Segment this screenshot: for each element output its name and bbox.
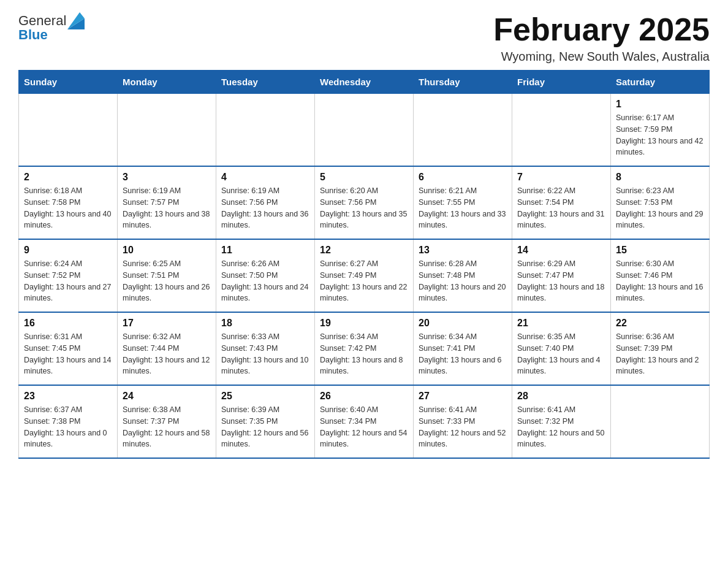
title-section: February 2025 Wyoming, New South Wales, … xyxy=(493,12,710,64)
calendar-day-cell: 6Sunrise: 6:21 AMSunset: 7:55 PMDaylight… xyxy=(414,166,512,239)
day-number: 12 xyxy=(320,245,408,256)
day-number: 18 xyxy=(221,318,309,329)
calendar-day-cell: 27Sunrise: 6:41 AMSunset: 7:33 PMDayligh… xyxy=(414,385,512,458)
day-number: 26 xyxy=(320,391,408,402)
calendar-day-cell: 9Sunrise: 6:24 AMSunset: 7:52 PMDaylight… xyxy=(19,239,118,312)
day-number: 27 xyxy=(419,391,507,402)
day-number: 10 xyxy=(123,245,211,256)
day-info: Sunrise: 6:20 AMSunset: 7:56 PMDaylight:… xyxy=(320,185,408,231)
day-info: Sunrise: 6:41 AMSunset: 7:33 PMDaylight:… xyxy=(419,404,507,450)
day-info: Sunrise: 6:19 AMSunset: 7:57 PMDaylight:… xyxy=(123,185,211,231)
day-of-week-header: Monday xyxy=(118,71,216,94)
calendar-day-cell xyxy=(315,94,414,167)
calendar-week-row: 1Sunrise: 6:17 AMSunset: 7:59 PMDaylight… xyxy=(19,94,710,167)
month-title: February 2025 xyxy=(493,12,710,47)
day-number: 20 xyxy=(419,318,507,329)
day-number: 15 xyxy=(616,245,704,256)
day-number: 8 xyxy=(616,172,704,183)
calendar-day-cell: 5Sunrise: 6:20 AMSunset: 7:56 PMDaylight… xyxy=(315,166,414,239)
calendar-day-cell: 21Sunrise: 6:35 AMSunset: 7:40 PMDayligh… xyxy=(512,312,611,385)
day-info: Sunrise: 6:28 AMSunset: 7:48 PMDaylight:… xyxy=(419,258,507,304)
day-info: Sunrise: 6:27 AMSunset: 7:49 PMDaylight:… xyxy=(320,258,408,304)
calendar-day-cell: 3Sunrise: 6:19 AMSunset: 7:57 PMDaylight… xyxy=(118,166,216,239)
day-info: Sunrise: 6:21 AMSunset: 7:55 PMDaylight:… xyxy=(419,185,507,231)
day-info: Sunrise: 6:33 AMSunset: 7:43 PMDaylight:… xyxy=(221,331,309,377)
calendar-day-cell: 26Sunrise: 6:40 AMSunset: 7:34 PMDayligh… xyxy=(315,385,414,458)
calendar-day-cell: 25Sunrise: 6:39 AMSunset: 7:35 PMDayligh… xyxy=(216,385,315,458)
day-number: 21 xyxy=(517,318,605,329)
day-info: Sunrise: 6:31 AMSunset: 7:45 PMDaylight:… xyxy=(24,331,112,377)
day-number: 13 xyxy=(419,245,507,256)
day-info: Sunrise: 6:29 AMSunset: 7:47 PMDaylight:… xyxy=(517,258,605,304)
day-info: Sunrise: 6:35 AMSunset: 7:40 PMDaylight:… xyxy=(517,331,605,377)
day-of-week-header: Thursday xyxy=(414,71,512,94)
logo-blue: Blue xyxy=(18,27,48,43)
calendar-day-cell xyxy=(216,94,315,167)
day-of-week-header: Sunday xyxy=(19,71,118,94)
calendar-day-cell: 13Sunrise: 6:28 AMSunset: 7:48 PMDayligh… xyxy=(414,239,512,312)
day-of-week-header: Wednesday xyxy=(315,71,414,94)
day-number: 23 xyxy=(24,391,112,402)
day-of-week-header: Saturday xyxy=(611,71,710,94)
day-info: Sunrise: 6:37 AMSunset: 7:38 PMDaylight:… xyxy=(24,404,112,450)
calendar-table: SundayMondayTuesdayWednesdayThursdayFrid… xyxy=(18,70,710,459)
calendar-day-cell: 12Sunrise: 6:27 AMSunset: 7:49 PMDayligh… xyxy=(315,239,414,312)
day-number: 6 xyxy=(419,172,507,183)
calendar-day-cell: 7Sunrise: 6:22 AMSunset: 7:54 PMDaylight… xyxy=(512,166,611,239)
calendar-day-cell xyxy=(414,94,512,167)
day-info: Sunrise: 6:18 AMSunset: 7:58 PMDaylight:… xyxy=(24,185,112,231)
day-info: Sunrise: 6:25 AMSunset: 7:51 PMDaylight:… xyxy=(123,258,211,304)
logo: General Blue xyxy=(18,12,85,43)
day-number: 9 xyxy=(24,245,112,256)
day-info: Sunrise: 6:32 AMSunset: 7:44 PMDaylight:… xyxy=(123,331,211,377)
day-info: Sunrise: 6:38 AMSunset: 7:37 PMDaylight:… xyxy=(123,404,211,450)
day-of-week-header: Friday xyxy=(512,71,611,94)
location: Wyoming, New South Wales, Australia xyxy=(493,50,710,64)
calendar-day-cell: 19Sunrise: 6:34 AMSunset: 7:42 PMDayligh… xyxy=(315,312,414,385)
day-of-week-header: Tuesday xyxy=(216,71,315,94)
calendar-day-cell: 2Sunrise: 6:18 AMSunset: 7:58 PMDaylight… xyxy=(19,166,118,239)
page-header: General Blue February 2025 Wyoming, New … xyxy=(18,12,710,64)
day-info: Sunrise: 6:19 AMSunset: 7:56 PMDaylight:… xyxy=(221,185,309,231)
day-info: Sunrise: 6:34 AMSunset: 7:41 PMDaylight:… xyxy=(419,331,507,377)
calendar-day-cell: 24Sunrise: 6:38 AMSunset: 7:37 PMDayligh… xyxy=(118,385,216,458)
calendar-day-cell: 11Sunrise: 6:26 AMSunset: 7:50 PMDayligh… xyxy=(216,239,315,312)
calendar-day-cell: 28Sunrise: 6:41 AMSunset: 7:32 PMDayligh… xyxy=(512,385,611,458)
day-info: Sunrise: 6:22 AMSunset: 7:54 PMDaylight:… xyxy=(517,185,605,231)
day-info: Sunrise: 6:23 AMSunset: 7:53 PMDaylight:… xyxy=(616,185,704,231)
day-info: Sunrise: 6:40 AMSunset: 7:34 PMDaylight:… xyxy=(320,404,408,450)
day-info: Sunrise: 6:26 AMSunset: 7:50 PMDaylight:… xyxy=(221,258,309,304)
day-number: 5 xyxy=(320,172,408,183)
logo-icon xyxy=(67,12,85,29)
day-number: 25 xyxy=(221,391,309,402)
calendar-day-cell: 20Sunrise: 6:34 AMSunset: 7:41 PMDayligh… xyxy=(414,312,512,385)
day-info: Sunrise: 6:36 AMSunset: 7:39 PMDaylight:… xyxy=(616,331,704,377)
calendar-day-cell xyxy=(512,94,611,167)
day-number: 24 xyxy=(123,391,211,402)
day-number: 11 xyxy=(221,245,309,256)
calendar-day-cell: 14Sunrise: 6:29 AMSunset: 7:47 PMDayligh… xyxy=(512,239,611,312)
day-number: 14 xyxy=(517,245,605,256)
calendar-day-cell: 17Sunrise: 6:32 AMSunset: 7:44 PMDayligh… xyxy=(118,312,216,385)
calendar-week-row: 2Sunrise: 6:18 AMSunset: 7:58 PMDaylight… xyxy=(19,166,710,239)
calendar-day-cell: 8Sunrise: 6:23 AMSunset: 7:53 PMDaylight… xyxy=(611,166,710,239)
day-number: 16 xyxy=(24,318,112,329)
day-number: 19 xyxy=(320,318,408,329)
calendar-day-cell xyxy=(118,94,216,167)
day-number: 1 xyxy=(616,99,704,110)
day-number: 7 xyxy=(517,172,605,183)
calendar-week-row: 16Sunrise: 6:31 AMSunset: 7:45 PMDayligh… xyxy=(19,312,710,385)
day-info: Sunrise: 6:24 AMSunset: 7:52 PMDaylight:… xyxy=(24,258,112,304)
day-number: 28 xyxy=(517,391,605,402)
calendar-day-cell xyxy=(611,385,710,458)
day-info: Sunrise: 6:17 AMSunset: 7:59 PMDaylight:… xyxy=(616,112,704,158)
calendar-week-row: 23Sunrise: 6:37 AMSunset: 7:38 PMDayligh… xyxy=(19,385,710,458)
calendar-day-cell: 23Sunrise: 6:37 AMSunset: 7:38 PMDayligh… xyxy=(19,385,118,458)
day-info: Sunrise: 6:41 AMSunset: 7:32 PMDaylight:… xyxy=(517,404,605,450)
calendar-day-cell: 16Sunrise: 6:31 AMSunset: 7:45 PMDayligh… xyxy=(19,312,118,385)
calendar-header-row: SundayMondayTuesdayWednesdayThursdayFrid… xyxy=(19,71,710,94)
calendar-day-cell: 1Sunrise: 6:17 AMSunset: 7:59 PMDaylight… xyxy=(611,94,710,167)
calendar-day-cell: 10Sunrise: 6:25 AMSunset: 7:51 PMDayligh… xyxy=(118,239,216,312)
day-number: 22 xyxy=(616,318,704,329)
day-info: Sunrise: 6:30 AMSunset: 7:46 PMDaylight:… xyxy=(616,258,704,304)
